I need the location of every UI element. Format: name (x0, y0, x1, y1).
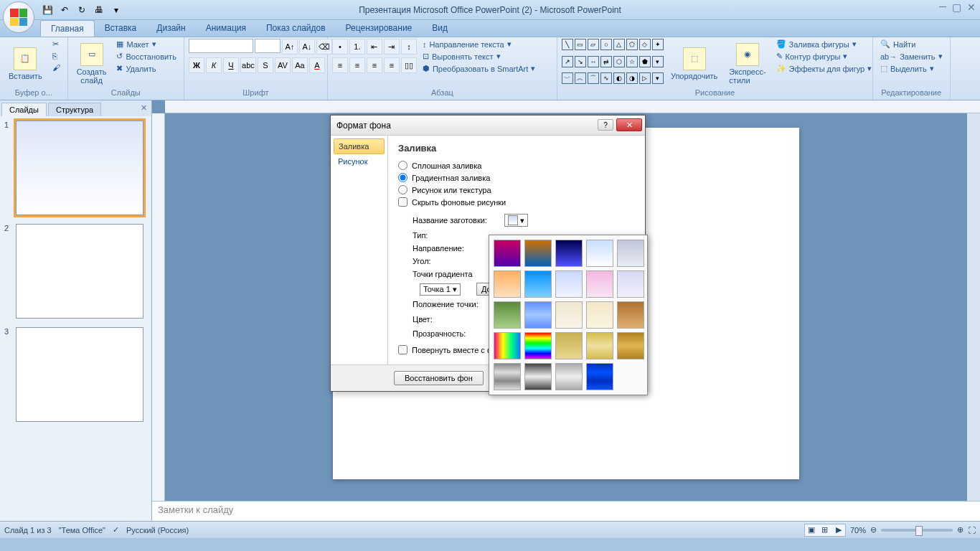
gradient-preset-18[interactable] (555, 332, 583, 359)
gradient-stop-combo[interactable]: Точка 1 ▾ (420, 283, 461, 296)
zoom-slider[interactable] (881, 529, 953, 532)
font-size-combo[interactable] (255, 39, 281, 53)
shape-outline-button[interactable]: ✎ Контур фигуры ▾ (773, 51, 875, 62)
text-direction-button[interactable]: ↕ Направление текста ▾ (420, 39, 538, 50)
minimize-button[interactable]: ─ (939, 1, 946, 14)
preset-dropdown[interactable]: ▾ (504, 214, 528, 227)
tab-design[interactable]: Дизайн (146, 20, 195, 37)
zoom-percentage[interactable]: 70% (850, 526, 866, 534)
justify-icon[interactable]: ≡ (384, 57, 400, 73)
thumbnail-1[interactable]: 1 (4, 121, 147, 215)
layout-button[interactable]: ▦ Макет ▾ (113, 39, 179, 50)
thumbnail-3[interactable]: 3 (4, 327, 147, 422)
gradient-preset-16[interactable] (494, 332, 521, 359)
normal-view-icon[interactable]: ▣ (805, 524, 818, 536)
new-slide-button[interactable]: ▭Создать слайд (72, 39, 111, 88)
numbering-icon[interactable]: 1. (349, 39, 365, 55)
underline-icon[interactable]: Ч (223, 57, 239, 73)
zoom-in-icon[interactable]: ⊕ (957, 525, 963, 534)
shapes-gallery[interactable]: ╲▭▱○△⬠◇✦ ↗↘↔⇄⬡☆⬟▾ ﹀︿⌒∿◐◑▷▾ (562, 39, 664, 88)
notes-pane[interactable]: Заметки к слайду (152, 501, 980, 521)
gradient-preset-17[interactable] (524, 332, 552, 359)
indent-inc-icon[interactable]: ⇥ (384, 39, 400, 55)
shrink-font-icon[interactable]: A↓ (299, 39, 315, 55)
grow-font-icon[interactable]: A↑ (282, 39, 298, 55)
line-spacing-icon[interactable]: ↕ (401, 39, 417, 55)
cut-icon[interactable]: ✂ (50, 39, 63, 50)
tab-review[interactable]: Рецензирование (336, 20, 423, 37)
spacing-icon[interactable]: AV (275, 57, 291, 73)
reset-button[interactable]: ↺ Восстановить (113, 51, 179, 62)
gradient-preset-14[interactable] (586, 301, 613, 329)
paste-button[interactable]: 📋Вставить (4, 39, 47, 88)
font-color-icon[interactable]: A (309, 57, 325, 73)
radio-gradient-fill[interactable] (398, 173, 407, 182)
gradient-preset-6[interactable] (494, 270, 521, 298)
close-button[interactable]: ✕ (967, 1, 976, 14)
undo-icon[interactable]: ↶ (57, 3, 72, 17)
dialog-titlebar[interactable]: Формат фона ? ✕ (331, 116, 645, 136)
fit-window-icon[interactable]: ⛶ (968, 526, 976, 534)
quick-styles-button[interactable]: ◉Экспресс-стили (725, 39, 770, 88)
gradient-preset-4[interactable] (586, 240, 613, 267)
italic-icon[interactable]: К (206, 57, 222, 73)
gradient-preset-21[interactable] (494, 363, 521, 390)
arrange-button[interactable]: ⬚Упорядочить (666, 39, 722, 88)
maximize-button[interactable]: ▢ (952, 1, 961, 14)
dialog-side-fill[interactable]: Заливка (334, 138, 385, 154)
case-icon[interactable]: Aa (292, 57, 308, 73)
redo-icon[interactable]: ↻ (75, 3, 89, 17)
align-left-icon[interactable]: ≡ (332, 57, 348, 73)
spellcheck-icon[interactable]: ✓ (113, 525, 119, 534)
dialog-help-button[interactable]: ? (598, 119, 613, 131)
tab-animation[interactable]: Анимация (196, 20, 256, 37)
gradient-preset-19[interactable] (586, 332, 613, 359)
gradient-preset-23[interactable] (555, 363, 583, 390)
align-center-icon[interactable]: ≡ (349, 57, 365, 73)
shape-fill-button[interactable]: 🪣 Заливка фигуры ▾ (773, 39, 875, 50)
replace-button[interactable]: ab→ Заменить ▾ (877, 51, 946, 62)
gradient-preset-24[interactable] (586, 363, 613, 390)
align-right-icon[interactable]: ≡ (367, 57, 382, 73)
gradient-preset-7[interactable] (524, 270, 552, 298)
save-icon[interactable]: 💾 (40, 3, 55, 17)
print-icon[interactable]: 🖶 (92, 3, 106, 17)
shape-effects-button[interactable]: ✨ Эффекты для фигур ▾ (773, 63, 875, 74)
gradient-preset-2[interactable] (524, 240, 552, 267)
qat-dropdown-icon[interactable]: ▾ (109, 3, 123, 17)
slideshow-view-icon[interactable]: ▶ (832, 524, 845, 536)
gradient-preset-5[interactable] (617, 240, 644, 267)
bullets-icon[interactable]: • (332, 39, 348, 55)
radio-solid-fill[interactable] (398, 161, 407, 170)
gradient-preset-8[interactable] (555, 270, 583, 298)
gradient-preset-12[interactable] (524, 301, 552, 329)
gradient-preset-11[interactable] (494, 301, 521, 329)
gradient-preset-20[interactable] (617, 332, 644, 359)
panel-tab-structure[interactable]: Структура (48, 103, 101, 116)
panel-tab-slides[interactable]: Слайды (1, 103, 47, 116)
strike-icon[interactable]: abc (240, 57, 256, 73)
format-painter-icon[interactable]: 🖌 (50, 62, 63, 72)
dialog-side-picture[interactable]: Рисунок (334, 154, 385, 169)
tab-home[interactable]: Главная (40, 20, 95, 37)
thumbnail-2[interactable]: 2 (4, 224, 147, 319)
smartart-button[interactable]: ⬢ Преобразовать в SmartArt ▾ (420, 63, 538, 74)
status-language[interactable]: Русский (Россия) (126, 526, 189, 534)
select-button[interactable]: ⬚ Выделить ▾ (877, 63, 946, 74)
office-button[interactable] (3, 1, 34, 33)
find-button[interactable]: 🔍 Найти (877, 39, 946, 50)
indent-dec-icon[interactable]: ⇤ (367, 39, 382, 55)
radio-picture-fill[interactable] (398, 185, 407, 194)
font-family-combo[interactable] (189, 39, 253, 53)
align-text-button[interactable]: ⊡ Выровнять текст ▾ (420, 51, 538, 62)
shadow-icon[interactable]: S (258, 57, 273, 73)
gradient-preset-13[interactable] (555, 301, 583, 329)
gradient-preset-10[interactable] (617, 270, 644, 298)
copy-icon[interactable]: ⎘ (50, 51, 63, 61)
tab-view[interactable]: Вид (422, 20, 458, 37)
checkbox-rotate-with-shape[interactable] (398, 345, 407, 354)
bold-icon[interactable]: Ж (189, 57, 204, 73)
vertical-scrollbar[interactable] (967, 113, 980, 501)
zoom-out-icon[interactable]: ⊖ (870, 525, 877, 534)
gradient-preset-9[interactable] (586, 270, 613, 298)
